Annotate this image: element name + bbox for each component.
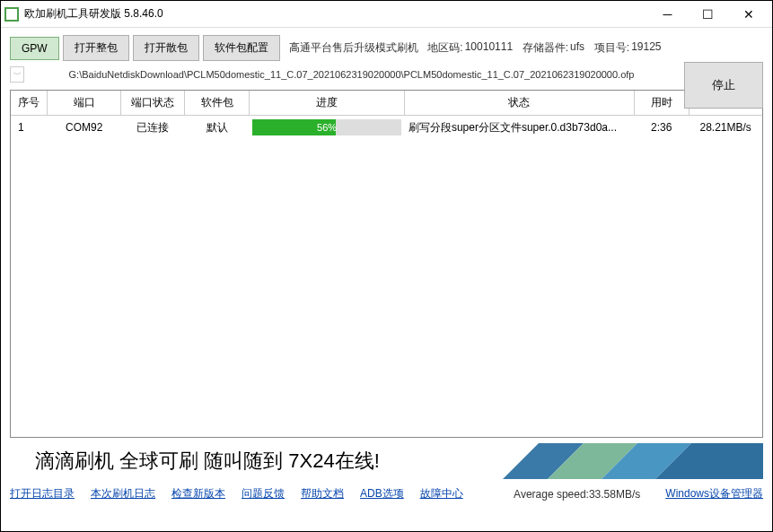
progress-text: 56%	[252, 119, 401, 135]
cell-progress: 56%	[249, 116, 405, 140]
open-log-dir-link[interactable]: 打开日志目录	[10, 486, 75, 501]
window-title: 欧加刷机工具研发版 5.8.46.0	[24, 6, 647, 22]
check-update-link[interactable]: 检查新版本	[171, 486, 225, 501]
feedback-link[interactable]: 问题反馈	[242, 486, 285, 501]
col-header-progress[interactable]: 进度	[249, 91, 405, 116]
cell-package: 默认	[185, 116, 249, 140]
minimize-button[interactable]: ─	[647, 2, 688, 27]
path-dropdown-icon[interactable]: ﹀	[10, 66, 24, 83]
storage-label: 存储器件:	[523, 40, 568, 56]
average-speed-label: Average speed:33.58MB/s	[514, 488, 640, 501]
ad-banner[interactable]: 滴滴刷机 全球可刷 随叫随到 7X24在线!	[10, 443, 763, 479]
banner-decoration	[476, 443, 763, 479]
path-row: ﹀ G:\BaiduNetdiskDownload\PCLM50domestic…	[1, 65, 772, 90]
project-label: 项目号:	[594, 40, 629, 56]
region-value: 10010111	[465, 40, 513, 56]
col-header-port-status[interactable]: 端口状态	[120, 91, 184, 116]
gpw-button[interactable]: GPW	[10, 37, 59, 60]
col-header-status[interactable]: 状态	[405, 91, 634, 116]
open-full-package-button[interactable]: 打开整包	[63, 35, 129, 61]
footer: 打开日志目录 本次刷机日志 检查新版本 问题反馈 帮助文档 ADB选项 故障中心…	[1, 479, 772, 509]
titlebar: 欧加刷机工具研发版 5.8.46.0 ─ ☐ ✕	[1, 1, 772, 28]
close-button[interactable]: ✕	[728, 2, 769, 27]
device-table: 序号 端口 端口状态 软件包 进度 状态 用时 速度 1 COM92 已连接 默…	[10, 90, 763, 438]
toolbar-info: 高通平台售后升级模式刷机 地区码: 10010111 存储器件: ufs 项目号…	[289, 40, 662, 56]
fault-center-link[interactable]: 故障中心	[420, 486, 463, 501]
window-controls: ─ ☐ ✕	[647, 2, 769, 27]
package-path: G:\BaiduNetdiskDownload\PCLM50domestic_1…	[30, 69, 673, 80]
package-config-button[interactable]: 软件包配置	[203, 35, 280, 61]
cell-port: COM92	[48, 116, 121, 140]
col-header-seq[interactable]: 序号	[11, 91, 48, 116]
help-doc-link[interactable]: 帮助文档	[301, 486, 344, 501]
progress-bar: 56%	[252, 119, 401, 135]
banner-text: 滴滴刷机 全球可刷 随叫随到 7X24在线!	[35, 448, 380, 475]
device-manager-link[interactable]: Windows设备管理器	[665, 486, 763, 501]
cell-time: 2:36	[634, 116, 689, 140]
table-row[interactable]: 1 COM92 已连接 默认 56% 刷写分段super分区文件super.0.…	[11, 116, 762, 140]
cell-seq: 1	[11, 116, 48, 140]
toolbar: GPW 打开整包 打开散包 软件包配置 高通平台售后升级模式刷机 地区码: 10…	[1, 28, 772, 65]
region-label: 地区码:	[427, 40, 462, 56]
cell-status: 刷写分段super分区文件super.0.d3b73d0a...	[405, 116, 634, 140]
flash-mode-label: 高通平台售后升级模式刷机	[289, 40, 418, 56]
cell-speed: 28.21MB/s	[689, 116, 762, 140]
col-header-port[interactable]: 端口	[48, 91, 121, 116]
cell-port-status: 已连接	[120, 116, 184, 140]
open-loose-package-button[interactable]: 打开散包	[133, 35, 199, 61]
app-icon	[4, 7, 19, 22]
storage-value: ufs	[570, 40, 584, 56]
stop-button[interactable]: 停止	[684, 62, 763, 109]
maximize-button[interactable]: ☐	[688, 2, 728, 27]
project-value: 19125	[631, 40, 661, 56]
adb-options-link[interactable]: ADB选项	[360, 486, 404, 501]
flash-log-link[interactable]: 本次刷机日志	[91, 486, 155, 501]
col-header-package[interactable]: 软件包	[185, 91, 249, 116]
col-header-time[interactable]: 用时	[634, 91, 689, 116]
